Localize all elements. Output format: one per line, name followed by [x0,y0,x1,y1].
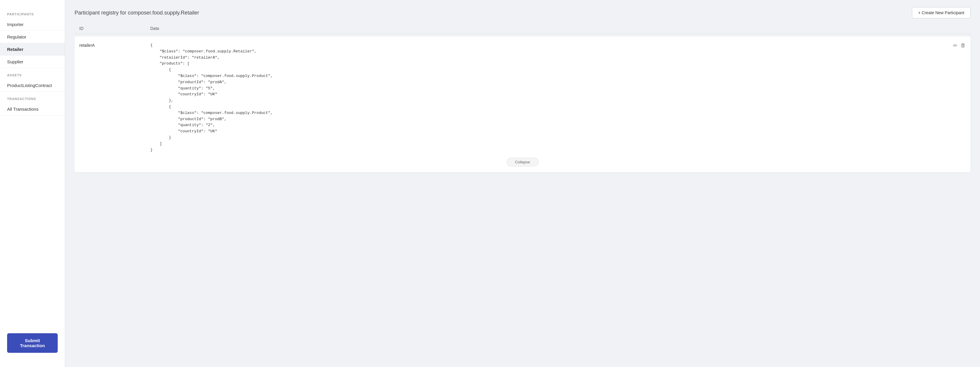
table-row-content: retailerA { "$class": "composer.food.sup… [79,42,966,153]
sidebar-transactions-label: TRANSACTIONS [0,92,65,103]
sidebar-participants-label: PARTICIPANTS [0,7,65,18]
sidebar: PARTICIPANTS Importer Regulator Retailer… [0,0,65,367]
main-content: Participant registry for composer.food.s… [65,0,980,367]
create-new-participant-button[interactable]: + Create New Participant [912,7,970,18]
row-data: { "$class": "composer.food.supply.Retail… [150,42,966,153]
sidebar-item-supplier[interactable]: Supplier [0,56,65,68]
submit-transaction-button[interactable]: Submit Transaction [7,333,58,353]
sidebar-assets-label: ASSETS [0,68,65,79]
table-header: ID Data [75,23,970,34]
sidebar-bottom: Submit Transaction [0,326,65,360]
main-header: Participant registry for composer.food.s… [65,0,980,23]
row-actions: ✏ 🗑 [953,42,966,49]
sidebar-item-all-transactions[interactable]: All Transactions [0,103,65,115]
delete-icon[interactable]: 🗑 [961,42,966,49]
row-id: retailerA [79,42,150,48]
collapse-button[interactable]: Collapse [507,158,539,166]
table-row: retailerA { "$class": "composer.food.sup… [75,37,970,172]
page-title: Participant registry for composer.food.s… [75,10,199,16]
col-header-data: Data [150,26,970,31]
col-header-id: ID [79,26,150,31]
sidebar-item-retailer[interactable]: Retailer [0,43,65,56]
sidebar-item-product-listing-contract[interactable]: ProductListingContract [0,79,65,92]
edit-icon[interactable]: ✏ [953,42,958,49]
sidebar-item-regulator[interactable]: Regulator [0,31,65,43]
table-area: ID Data retailerA { "$class": "composer.… [65,23,980,182]
sidebar-item-importer[interactable]: Importer [0,18,65,31]
collapse-btn-wrap: Collapse [79,158,966,166]
